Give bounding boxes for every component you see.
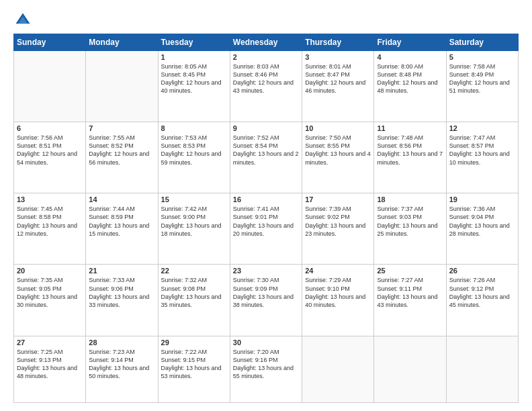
- col-friday: Friday: [374, 34, 446, 51]
- table-row: 11Sunrise: 7:48 AM Sunset: 8:56 PM Dayli…: [374, 122, 446, 193]
- day-number: 19: [449, 195, 515, 203]
- table-row: 22Sunrise: 7:32 AM Sunset: 9:08 PM Dayli…: [158, 265, 230, 336]
- col-saturday: Saturday: [446, 34, 518, 51]
- day-number: 6: [17, 124, 83, 132]
- table-row: 10Sunrise: 7:50 AM Sunset: 8:55 PM Dayli…: [302, 122, 374, 193]
- col-wednesday: Wednesday: [230, 34, 302, 51]
- table-row: 20Sunrise: 7:35 AM Sunset: 9:05 PM Dayli…: [14, 265, 86, 336]
- day-number: 13: [17, 195, 83, 203]
- day-info: Sunrise: 7:25 AM Sunset: 9:13 PM Dayligh…: [17, 348, 83, 381]
- table-row: 9Sunrise: 7:52 AM Sunset: 8:54 PM Daylig…: [230, 122, 302, 193]
- day-info: Sunrise: 7:35 AM Sunset: 9:05 PM Dayligh…: [17, 276, 83, 309]
- table-row: 4Sunrise: 8:00 AM Sunset: 8:48 PM Daylig…: [374, 51, 446, 122]
- day-number: 30: [233, 338, 299, 347]
- day-info: Sunrise: 7:58 AM Sunset: 8:49 PM Dayligh…: [449, 62, 515, 95]
- day-number: 27: [17, 338, 83, 347]
- table-row: 19Sunrise: 7:36 AM Sunset: 9:04 PM Dayli…: [446, 193, 518, 265]
- table-row: [446, 336, 518, 403]
- day-info: Sunrise: 7:55 AM Sunset: 8:52 PM Dayligh…: [89, 134, 154, 167]
- day-info: Sunrise: 7:36 AM Sunset: 9:04 PM Dayligh…: [449, 205, 515, 238]
- calendar-week-row: 1Sunrise: 8:05 AM Sunset: 8:45 PM Daylig…: [14, 51, 519, 122]
- page: Sunday Monday Tuesday Wednesday Thursday…: [0, 0, 532, 411]
- day-info: Sunrise: 7:42 AM Sunset: 9:00 PM Dayligh…: [161, 205, 227, 238]
- table-row: [86, 51, 158, 122]
- table-row: 21Sunrise: 7:33 AM Sunset: 9:06 PM Dayli…: [86, 265, 158, 336]
- table-row: 28Sunrise: 7:23 AM Sunset: 9:14 PM Dayli…: [86, 336, 158, 403]
- day-number: 18: [377, 195, 443, 203]
- table-row: 29Sunrise: 7:22 AM Sunset: 9:15 PM Dayli…: [158, 336, 230, 403]
- day-number: 15: [161, 195, 227, 203]
- table-row: 13Sunrise: 7:45 AM Sunset: 8:58 PM Dayli…: [14, 193, 86, 265]
- table-row: 26Sunrise: 7:26 AM Sunset: 9:12 PM Dayli…: [446, 265, 518, 336]
- day-info: Sunrise: 7:53 AM Sunset: 8:53 PM Dayligh…: [161, 134, 227, 167]
- day-number: 16: [233, 195, 299, 203]
- calendar-week-row: 27Sunrise: 7:25 AM Sunset: 9:13 PM Dayli…: [14, 336, 519, 403]
- table-row: 3Sunrise: 8:01 AM Sunset: 8:47 PM Daylig…: [302, 51, 374, 122]
- day-info: Sunrise: 8:01 AM Sunset: 8:47 PM Dayligh…: [305, 62, 371, 95]
- day-info: Sunrise: 7:52 AM Sunset: 8:54 PM Dayligh…: [233, 134, 299, 167]
- calendar-week-row: 20Sunrise: 7:35 AM Sunset: 9:05 PM Dayli…: [14, 265, 519, 336]
- day-number: 17: [305, 195, 371, 203]
- day-info: Sunrise: 7:44 AM Sunset: 8:59 PM Dayligh…: [89, 205, 154, 238]
- day-info: Sunrise: 7:27 AM Sunset: 9:11 PM Dayligh…: [377, 276, 443, 309]
- table-row: 12Sunrise: 7:47 AM Sunset: 8:57 PM Dayli…: [446, 122, 518, 193]
- table-row: 2Sunrise: 8:03 AM Sunset: 8:46 PM Daylig…: [230, 51, 302, 122]
- day-number: 28: [89, 338, 154, 347]
- table-row: [374, 336, 446, 403]
- day-number: 20: [17, 267, 83, 275]
- day-number: 7: [89, 124, 154, 132]
- day-number: 23: [233, 267, 299, 275]
- table-row: [302, 336, 374, 403]
- day-info: Sunrise: 8:03 AM Sunset: 8:46 PM Dayligh…: [233, 62, 299, 95]
- col-monday: Monday: [86, 34, 158, 51]
- col-sunday: Sunday: [14, 34, 86, 51]
- table-row: 6Sunrise: 7:56 AM Sunset: 8:51 PM Daylig…: [14, 122, 86, 193]
- table-row: [14, 51, 86, 122]
- day-info: Sunrise: 7:22 AM Sunset: 9:15 PM Dayligh…: [161, 348, 227, 381]
- day-number: 2: [233, 53, 299, 61]
- day-info: Sunrise: 7:32 AM Sunset: 9:08 PM Dayligh…: [161, 276, 227, 309]
- day-info: Sunrise: 7:29 AM Sunset: 9:10 PM Dayligh…: [305, 276, 371, 309]
- day-number: 9: [233, 124, 299, 132]
- table-row: 5Sunrise: 7:58 AM Sunset: 8:49 PM Daylig…: [446, 51, 518, 122]
- day-number: 5: [449, 53, 515, 61]
- day-info: Sunrise: 7:56 AM Sunset: 8:51 PM Dayligh…: [17, 134, 83, 167]
- day-info: Sunrise: 7:39 AM Sunset: 9:02 PM Dayligh…: [305, 205, 371, 238]
- day-number: 12: [449, 124, 515, 132]
- day-number: 21: [89, 267, 154, 275]
- day-info: Sunrise: 7:50 AM Sunset: 8:55 PM Dayligh…: [305, 134, 371, 167]
- day-info: Sunrise: 8:05 AM Sunset: 8:45 PM Dayligh…: [161, 62, 227, 95]
- logo: [13, 11, 35, 30]
- day-number: 11: [377, 124, 443, 132]
- day-number: 25: [377, 267, 443, 275]
- col-tuesday: Tuesday: [158, 34, 230, 51]
- day-info: Sunrise: 7:30 AM Sunset: 9:09 PM Dayligh…: [233, 276, 299, 309]
- day-number: 1: [161, 53, 227, 61]
- table-row: 16Sunrise: 7:41 AM Sunset: 9:01 PM Dayli…: [230, 193, 302, 265]
- table-row: 14Sunrise: 7:44 AM Sunset: 8:59 PM Dayli…: [86, 193, 158, 265]
- table-row: 7Sunrise: 7:55 AM Sunset: 8:52 PM Daylig…: [86, 122, 158, 193]
- day-info: Sunrise: 8:00 AM Sunset: 8:48 PM Dayligh…: [377, 62, 443, 95]
- day-number: 4: [377, 53, 443, 61]
- day-number: 26: [449, 267, 515, 275]
- day-info: Sunrise: 7:33 AM Sunset: 9:06 PM Dayligh…: [89, 276, 154, 309]
- calendar-week-row: 6Sunrise: 7:56 AM Sunset: 8:51 PM Daylig…: [14, 122, 519, 193]
- header-row: Sunday Monday Tuesday Wednesday Thursday…: [14, 34, 519, 51]
- header: [13, 11, 519, 30]
- day-info: Sunrise: 7:47 AM Sunset: 8:57 PM Dayligh…: [449, 134, 515, 167]
- day-number: 10: [305, 124, 371, 132]
- table-row: 15Sunrise: 7:42 AM Sunset: 9:00 PM Dayli…: [158, 193, 230, 265]
- table-row: 1Sunrise: 8:05 AM Sunset: 8:45 PM Daylig…: [158, 51, 230, 122]
- day-info: Sunrise: 7:37 AM Sunset: 9:03 PM Dayligh…: [377, 205, 443, 238]
- table-row: 17Sunrise: 7:39 AM Sunset: 9:02 PM Dayli…: [302, 193, 374, 265]
- calendar-week-row: 13Sunrise: 7:45 AM Sunset: 8:58 PM Dayli…: [14, 193, 519, 265]
- table-row: 25Sunrise: 7:27 AM Sunset: 9:11 PM Dayli…: [374, 265, 446, 336]
- day-number: 8: [161, 124, 227, 132]
- day-number: 24: [305, 267, 371, 275]
- table-row: 30Sunrise: 7:20 AM Sunset: 9:16 PM Dayli…: [230, 336, 302, 403]
- day-info: Sunrise: 7:20 AM Sunset: 9:16 PM Dayligh…: [233, 348, 299, 381]
- day-number: 22: [161, 267, 227, 275]
- day-number: 14: [89, 195, 154, 203]
- table-row: 23Sunrise: 7:30 AM Sunset: 9:09 PM Dayli…: [230, 265, 302, 336]
- day-info: Sunrise: 7:26 AM Sunset: 9:12 PM Dayligh…: [449, 276, 515, 309]
